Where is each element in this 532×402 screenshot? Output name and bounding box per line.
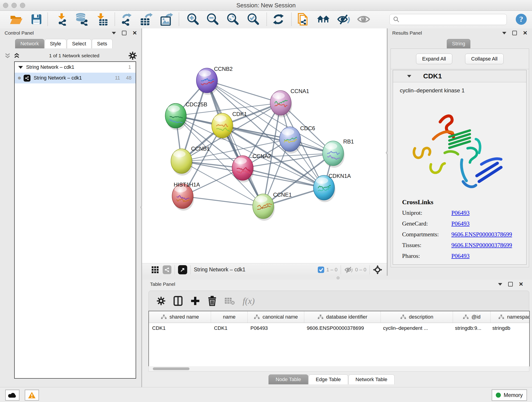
float-panel-icon[interactable]: [508, 282, 513, 287]
crosslink-uniprot[interactable]: P06493: [451, 210, 469, 216]
crosslink-tissues[interactable]: 9606.ENSP00000378699: [451, 242, 512, 249]
column-header-canonical-name[interactable]: canonical name: [248, 311, 304, 323]
network-node-CCNB1[interactable]: CCNB1: [171, 146, 210, 176]
cell-name[interactable]: CDK1: [211, 325, 247, 331]
column-header-database-identifier[interactable]: database identifier: [304, 311, 381, 323]
tree-expand-icon[interactable]: [18, 66, 23, 69]
expand-all-icon[interactable]: [13, 53, 20, 58]
grid-view-icon[interactable]: [151, 266, 159, 274]
network-edge-HIST1H1A-CCNE1[interactable]: [183, 196, 263, 206]
export-network-button[interactable]: [119, 12, 134, 27]
cell-description[interactable]: cyclin–dependent ...: [380, 325, 452, 331]
network-node-CDC25B[interactable]: CDC25B: [165, 101, 207, 130]
show-all-button[interactable]: [356, 12, 371, 27]
tab-edge-table[interactable]: Edge Table: [309, 375, 348, 384]
selected-checkbox-icon[interactable]: [317, 266, 324, 273]
panel-menu-icon[interactable]: [498, 283, 502, 286]
cell-database-identifier[interactable]: 9606.ENSP00000378699: [304, 325, 380, 331]
cell-canonical-name[interactable]: P06493: [247, 325, 304, 331]
table-row[interactable]: CDK1CDK1P064939606.ENSP00000378699cyclin…: [149, 323, 529, 333]
tab-select[interactable]: Select: [67, 39, 91, 48]
network-node-CCNB2[interactable]: CCNB2: [196, 66, 233, 95]
network-node-CDC6[interactable]: CDC6: [279, 125, 315, 153]
network-overview-button[interactable]: [316, 12, 331, 27]
status-bar: Memory: [0, 387, 532, 402]
zoom-selected-button[interactable]: [245, 12, 260, 27]
save-session-button[interactable]: [29, 12, 44, 27]
close-panel-icon[interactable]: ✕: [523, 31, 527, 35]
column-header-description[interactable]: description: [381, 311, 453, 323]
cell-namespace[interactable]: stringdb: [489, 325, 530, 331]
function-builder-button[interactable]: f(x): [243, 296, 255, 306]
search-input[interactable]: [402, 15, 507, 24]
column-header-namespace[interactable]: namespace: [491, 311, 530, 323]
search-box[interactable]: [389, 14, 507, 25]
zoom-in-button[interactable]: [185, 12, 200, 27]
zoom-out-button[interactable]: [205, 12, 220, 27]
hide-selected-button[interactable]: [336, 12, 351, 27]
tab-network-table[interactable]: Network Table: [348, 375, 394, 384]
crosslink-pharos[interactable]: P06493: [451, 253, 469, 259]
share-view-icon[interactable]: [163, 265, 171, 274]
network-node-CDKN1A[interactable]: CDKN1A: [313, 173, 351, 202]
section-collapse-icon[interactable]: [407, 75, 411, 77]
tab-style[interactable]: Style: [45, 39, 66, 48]
column-header-shared-name[interactable]: shared name: [149, 311, 211, 323]
panel-menu-icon[interactable]: [502, 32, 506, 34]
cloud-status-button[interactable]: [5, 390, 19, 401]
collapse-all-icon[interactable]: [4, 53, 11, 58]
network-edge-CCNB2-CCNE1[interactable]: [207, 80, 263, 206]
network-node-CCNE1[interactable]: CCNE1: [253, 191, 292, 221]
fit-selected-crosshair-icon[interactable]: [373, 265, 382, 274]
column-header-name[interactable]: name: [211, 311, 248, 323]
delete-column-button[interactable]: [208, 296, 216, 306]
split-panel-button[interactable]: [173, 296, 183, 306]
column-header--id[interactable]: @id: [453, 311, 491, 323]
close-panel-icon[interactable]: ✕: [133, 31, 137, 35]
network-options-gear-icon[interactable]: [128, 51, 137, 60]
gene-section-header[interactable]: CDK1: [393, 70, 526, 82]
memory-button[interactable]: Memory: [492, 389, 527, 401]
network-row[interactable]: String Network – cdk1 11 48: [15, 73, 136, 83]
tab-network[interactable]: Network: [15, 39, 44, 48]
panel-menu-icon[interactable]: [112, 32, 116, 34]
collapse-all-button[interactable]: Collapse All: [465, 54, 504, 64]
export-table-button[interactable]: [139, 12, 154, 27]
import-network-database-button[interactable]: [74, 12, 89, 27]
network-node-CCNA1[interactable]: CCNA1: [270, 88, 309, 117]
network-node-RB1[interactable]: RB1: [323, 138, 354, 168]
cell--id[interactable]: stringdb:9...: [452, 325, 489, 331]
hidden-eye-icon[interactable]: [344, 266, 353, 274]
delete-table-button[interactable]: [224, 297, 235, 305]
splitter-grip[interactable]: [336, 276, 340, 279]
warnings-button[interactable]: [25, 390, 39, 401]
network-canvas[interactable]: CCNB2CCNA1CDC25BCDK1CDC6RB1CCNB1CCNA2CDK…: [142, 28, 387, 263]
network-collection-row[interactable]: String Network – cdk1 1: [15, 62, 136, 73]
export-image-button[interactable]: [159, 12, 174, 27]
tab-string[interactable]: String: [447, 39, 470, 48]
close-panel-icon[interactable]: ✕: [519, 282, 523, 286]
column-settings-button[interactable]: [157, 296, 166, 306]
table-horizontal-scrollbar[interactable]: [148, 366, 529, 371]
expand-all-button[interactable]: Expand All: [416, 54, 452, 64]
scrollbar-thumb[interactable]: [153, 367, 190, 370]
node-table[interactable]: shared namenamecanonical namedatabase id…: [148, 311, 530, 366]
network-node-HIST1H1A[interactable]: HIST1H1A: [172, 182, 200, 211]
tab-sets[interactable]: Sets: [92, 39, 113, 48]
cell-shared-name[interactable]: CDK1: [149, 325, 211, 331]
float-panel-icon[interactable]: [122, 31, 127, 35]
refresh-view-button[interactable]: [271, 12, 286, 27]
tab-node-table[interactable]: Node Table: [268, 375, 308, 384]
import-table-file-button[interactable]: [94, 12, 109, 27]
float-panel-icon[interactable]: [512, 31, 517, 35]
open-in-window-icon[interactable]: [178, 265, 187, 274]
network-edge-CCNA2-CDKN1A[interactable]: [243, 168, 324, 188]
crosslink-compartments[interactable]: 9606.ENSP00000378699: [451, 231, 512, 238]
help-button[interactable]: ?: [514, 12, 529, 27]
import-network-file-button[interactable]: [55, 12, 70, 27]
import-string-network-button[interactable]: [296, 12, 311, 27]
crosslink-genecard[interactable]: P06493: [451, 220, 469, 227]
zoom-fit-button[interactable]: [225, 12, 240, 27]
open-session-button[interactable]: [9, 12, 24, 27]
create-column-button[interactable]: [190, 296, 200, 306]
